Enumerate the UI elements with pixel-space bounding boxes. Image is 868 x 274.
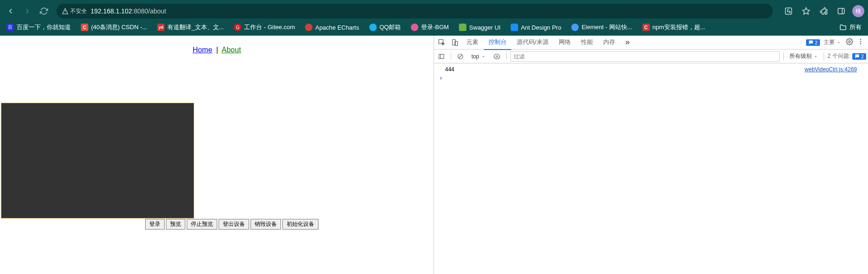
nav-separator: |: [216, 46, 218, 54]
kebab-menu-icon[interactable]: [857, 38, 864, 47]
reload-button[interactable]: [37, 4, 51, 18]
bookmark-baidu[interactable]: 百百度一下，你就知道: [5, 22, 73, 33]
tab-performance[interactable]: 性能: [576, 36, 598, 50]
issues-badge-top[interactable]: 2: [806, 39, 820, 46]
init-device-button[interactable]: 初始化设备: [282, 219, 318, 230]
devtools-tabs: 元素 控制台 源代码/来源 网络 性能 内存 2 主要: [434, 36, 868, 50]
main-select[interactable]: 主要: [824, 38, 841, 46]
insecure-indicator[interactable]: 不安全: [62, 7, 87, 15]
svg-point-7: [849, 41, 850, 43]
page-content: Home | About 登录 预览 停止预览 登出设备 销毁设备 初始化设备: [0, 36, 434, 274]
bookmark-gitee[interactable]: G工作台 - Gitee.com: [232, 22, 297, 33]
issues-indicator[interactable]: 2 个问题: 2: [828, 52, 866, 60]
console-filterbar: top 所有级别 2 个问题: 2: [434, 50, 868, 63]
svg-rect-2: [838, 8, 844, 14]
profile-avatar[interactable]: 桃: [852, 5, 864, 17]
bookmark-swagger[interactable]: Swagger UI: [457, 22, 502, 32]
bookmark-bgm[interactable]: 登录-BGM: [409, 22, 451, 33]
console-log-source-link[interactable]: webVideoCtrl.js:4269: [805, 66, 857, 73]
star-icon[interactable]: [800, 5, 813, 18]
bookmark-npm[interactable]: Cnpm安装报错，超...: [641, 22, 707, 33]
bookmark-youdao[interactable]: yd有道翻译_文本、文...: [155, 22, 226, 33]
bookmark-all-folder[interactable]: 所有: [837, 22, 863, 33]
sidebar-toggle-icon[interactable]: [436, 51, 447, 62]
bookmarks-bar: 百百度一下，你就知道 C(40条消息) CSDN -... yd有道翻译_文本、…: [0, 21, 868, 36]
stop-preview-button[interactable]: 停止预览: [187, 219, 217, 230]
svg-point-15: [496, 56, 498, 57]
console-log-message: 444: [445, 66, 805, 73]
more-tabs-icon[interactable]: [621, 37, 633, 49]
tab-elements[interactable]: 元素: [462, 36, 483, 50]
bookmark-element[interactable]: Element - 网站快...: [569, 22, 634, 33]
translate-icon[interactable]: [782, 5, 795, 18]
console-prompt[interactable]: [434, 74, 868, 84]
svg-rect-11: [439, 54, 444, 58]
svg-line-14: [459, 55, 462, 58]
video-preview-box: [1, 103, 194, 218]
browser-toolbar: 不安全 192.168.1.102:8080/about 桃: [0, 1, 868, 21]
bookmark-echarts[interactable]: Apache ECharts: [303, 22, 361, 32]
svg-point-8: [860, 39, 862, 40]
device-toggle-icon[interactable]: [449, 37, 461, 49]
console-output: 444 webVideoCtrl.js:4269: [434, 63, 868, 274]
svg-rect-0: [785, 8, 792, 14]
filter-input[interactable]: [510, 51, 780, 62]
settings-icon[interactable]: [846, 38, 853, 47]
side-panel-icon[interactable]: [835, 5, 848, 18]
levels-select[interactable]: 所有级别: [788, 51, 820, 61]
tab-sources[interactable]: 源代码/来源: [512, 36, 553, 50]
svg-point-9: [860, 41, 862, 43]
tab-console[interactable]: 控制台: [484, 36, 511, 50]
devtools-panel: 元素 控制台 源代码/来源 网络 性能 内存 2 主要: [434, 36, 868, 274]
console-log-row[interactable]: 444 webVideoCtrl.js:4269: [434, 65, 868, 74]
svg-point-10: [860, 43, 862, 44]
preview-button[interactable]: 预览: [166, 219, 185, 230]
extensions-icon[interactable]: [817, 5, 830, 18]
context-select[interactable]: top: [470, 52, 488, 61]
bookmark-antd[interactable]: Ant Design Pro: [509, 22, 563, 32]
button-row: 登录 预览 停止预览 登出设备 销毁设备 初始化设备: [145, 219, 320, 230]
insecure-label: 不安全: [70, 7, 87, 15]
inspect-icon[interactable]: [436, 37, 448, 49]
live-expression-icon[interactable]: [491, 51, 502, 62]
logout-device-button[interactable]: 登出设备: [219, 219, 249, 230]
clear-console-icon[interactable]: [455, 51, 466, 62]
destroy-device-button[interactable]: 销毁设备: [251, 219, 281, 230]
forward-button[interactable]: [20, 4, 34, 18]
tab-network[interactable]: 网络: [554, 36, 575, 50]
url-bar[interactable]: 不安全 192.168.1.102:8080/about: [56, 4, 773, 19]
svg-marker-1: [803, 8, 810, 14]
login-button[interactable]: 登录: [145, 219, 165, 230]
nav-home-link[interactable]: Home: [193, 46, 213, 54]
page-nav: Home | About: [0, 36, 434, 60]
back-button[interactable]: [4, 4, 18, 18]
bookmark-qqmail[interactable]: QQ邮箱: [367, 22, 403, 33]
url-text: 192.168.1.102:8080/about: [91, 7, 767, 15]
bookmark-csdn[interactable]: C(40条消息) CSDN -...: [79, 22, 149, 33]
nav-about-link[interactable]: About: [222, 46, 241, 54]
tab-memory[interactable]: 内存: [599, 36, 620, 50]
